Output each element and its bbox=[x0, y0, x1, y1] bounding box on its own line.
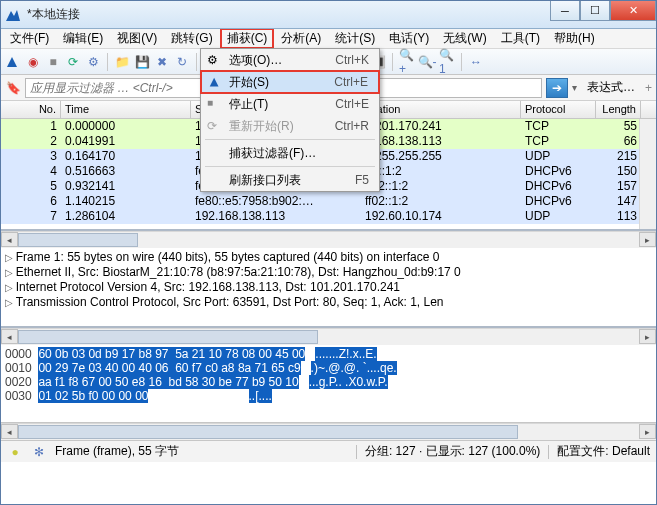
minimize-button[interactable]: ─ bbox=[550, 1, 580, 21]
add-filter-icon[interactable]: + bbox=[645, 81, 652, 95]
details-hscroll[interactable]: ◂ ▸ bbox=[1, 328, 656, 345]
packet-details[interactable]: Frame 1: 55 bytes on wire (440 bits), 55… bbox=[1, 248, 656, 328]
detail-ip[interactable]: Internet Protocol Version 4, Src: 192.16… bbox=[5, 280, 652, 295]
menu-filters-label: 捕获过滤器(F)… bbox=[229, 145, 316, 162]
status-packets: 分组: 127 · 已显示: 127 (100.0%) bbox=[365, 443, 540, 460]
menu-view[interactable]: 视图(V) bbox=[110, 28, 164, 49]
menu-start-label: 开始(S) bbox=[229, 74, 269, 91]
col-destination[interactable]: tination bbox=[361, 101, 521, 118]
detail-eth[interactable]: Ethernet II, Src: BiostarM_21:10:78 (b8:… bbox=[5, 265, 652, 280]
capture-stop-icon[interactable]: ■ bbox=[45, 54, 61, 70]
close-file-icon[interactable]: ✖ bbox=[154, 54, 170, 70]
bytes-hscroll[interactable]: ◂ ▸ bbox=[1, 423, 656, 440]
zoom-in-icon[interactable]: 🔍+ bbox=[399, 54, 415, 70]
col-no[interactable]: No. bbox=[1, 101, 61, 118]
stop-icon: ■ bbox=[207, 97, 221, 111]
menu-options-shortcut: Ctrl+K bbox=[335, 53, 369, 67]
titlebar: *本地连接 ─ ☐ ✕ bbox=[1, 1, 656, 29]
col-time[interactable]: Time bbox=[61, 101, 191, 118]
menu-restart[interactable]: ⟳ 重新开始(R) Ctrl+R bbox=[201, 115, 379, 137]
restart-icon: ⟳ bbox=[207, 119, 221, 133]
close-button[interactable]: ✕ bbox=[610, 1, 656, 21]
menu-tools[interactable]: 工具(T) bbox=[494, 28, 547, 49]
menu-go[interactable]: 跳转(G) bbox=[164, 28, 219, 49]
shark-fin-icon bbox=[208, 75, 222, 89]
menu-stop[interactable]: ■ 停止(T) Ctrl+E bbox=[201, 93, 379, 115]
statusbar: ● ✻ Frame (frame), 55 字节 分组: 127 · 已显示: … bbox=[1, 440, 656, 462]
save-icon[interactable]: 💾 bbox=[134, 54, 150, 70]
detail-tcp[interactable]: Transmission Control Protocol, Src Port:… bbox=[5, 295, 652, 310]
expert-info-icon[interactable]: ● bbox=[7, 444, 23, 460]
maximize-button[interactable]: ☐ bbox=[580, 1, 610, 21]
menubar: 文件(F) 编辑(E) 视图(V) 跳转(G) 捕获(C) 分析(A) 统计(S… bbox=[1, 29, 656, 49]
detail-frame[interactable]: Frame 1: 55 bytes on wire (440 bits), 55… bbox=[5, 250, 652, 265]
menu-options-label: 选项(O)… bbox=[229, 52, 282, 69]
open-icon[interactable]: 📁 bbox=[114, 54, 130, 70]
menu-restart-shortcut: Ctrl+R bbox=[335, 119, 369, 133]
col-protocol[interactable]: Protocol bbox=[521, 101, 596, 118]
col-length[interactable]: Length bbox=[596, 101, 641, 118]
apply-filter-button[interactable]: ➔ bbox=[546, 78, 568, 98]
packet-bytes[interactable]: 0000 60 0b 03 0d b9 17 b8 97 5a 21 10 78… bbox=[1, 345, 656, 423]
reload-icon[interactable]: ↻ bbox=[174, 54, 190, 70]
app-icon bbox=[5, 7, 21, 23]
bookmark-icon[interactable]: 🔖 bbox=[5, 80, 21, 96]
menu-statistics[interactable]: 统计(S) bbox=[328, 28, 382, 49]
menu-telephony[interactable]: 电话(Y) bbox=[382, 28, 436, 49]
capture-menu-dropdown: ⚙ 选项(O)… Ctrl+K 开始(S) Ctrl+E ■ 停止(T) Ctr… bbox=[200, 48, 380, 192]
menu-stop-shortcut: Ctrl+E bbox=[335, 97, 369, 111]
menu-edit[interactable]: 编辑(E) bbox=[56, 28, 110, 49]
status-profile[interactable]: 配置文件: Default bbox=[557, 443, 650, 460]
menu-help[interactable]: 帮助(H) bbox=[547, 28, 602, 49]
resize-cols-icon[interactable]: ↔ bbox=[468, 54, 484, 70]
capture-icon[interactable]: ✻ bbox=[31, 444, 47, 460]
menu-wireless[interactable]: 无线(W) bbox=[436, 28, 493, 49]
capture-options-icon[interactable]: ⚙ bbox=[85, 54, 101, 70]
menu-refresh-shortcut: F5 bbox=[355, 173, 369, 187]
menu-start[interactable]: 开始(S) Ctrl+E bbox=[201, 71, 379, 93]
menu-options[interactable]: ⚙ 选项(O)… Ctrl+K bbox=[201, 49, 379, 71]
expression-button[interactable]: 表达式… bbox=[581, 79, 641, 96]
menu-refresh-ifaces[interactable]: 刷新接口列表 F5 bbox=[201, 169, 379, 191]
gear-icon: ⚙ bbox=[207, 53, 221, 67]
dropdown-icon[interactable]: ▾ bbox=[572, 82, 577, 93]
zoom-reset-icon[interactable]: 🔍1 bbox=[439, 54, 455, 70]
menu-restart-label: 重新开始(R) bbox=[229, 118, 294, 135]
menu-analyze[interactable]: 分析(A) bbox=[274, 28, 328, 49]
packet-list-hscroll[interactable]: ◂ ▸ bbox=[1, 231, 656, 248]
zoom-out-icon[interactable]: 🔍- bbox=[419, 54, 435, 70]
menu-file[interactable]: 文件(F) bbox=[3, 28, 56, 49]
status-left: Frame (frame), 55 字节 bbox=[55, 443, 179, 460]
vertical-scrollbar[interactable] bbox=[639, 119, 656, 229]
shark-fin-icon[interactable] bbox=[5, 54, 21, 70]
menu-stop-label: 停止(T) bbox=[229, 96, 268, 113]
menu-start-shortcut: Ctrl+E bbox=[334, 75, 368, 89]
menu-refresh-label: 刷新接口列表 bbox=[229, 172, 301, 189]
window-buttons: ─ ☐ ✕ bbox=[550, 1, 656, 21]
capture-start-icon[interactable]: ◉ bbox=[25, 54, 41, 70]
capture-restart-icon[interactable]: ⟳ bbox=[65, 54, 81, 70]
table-row[interactable]: 71.286104192.168.138.113192.60.10.174UDP… bbox=[1, 209, 656, 224]
table-row[interactable]: 61.140215fe80::e5:7958:b902:…ff02::1:2DH… bbox=[1, 194, 656, 209]
menu-capture-filters[interactable]: 捕获过滤器(F)… bbox=[201, 142, 379, 164]
menu-capture[interactable]: 捕获(C) bbox=[220, 28, 275, 49]
